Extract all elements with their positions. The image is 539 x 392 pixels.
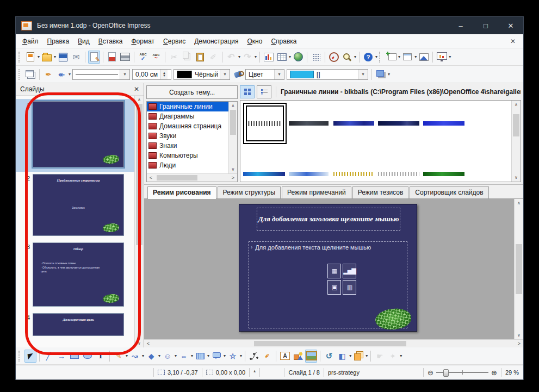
slide-thumbnail-3[interactable]: 3 Обзор · Опишите основные планы · Объяс… (16, 240, 134, 311)
hyperlink-button[interactable] (292, 51, 304, 64)
line-style-select[interactable]: ▾ (72, 69, 130, 80)
scrollbar-track[interactable] (515, 207, 523, 331)
insert-table-placeholder-icon[interactable]: ▦ (327, 264, 341, 278)
gallery-item-line[interactable] (333, 172, 374, 176)
glue-points-button[interactable]: ✒ (261, 350, 273, 363)
toolbar-grip[interactable] (18, 52, 22, 63)
new-slide-dropdown-icon[interactable]: ▾ (398, 54, 400, 59)
block-arrows-button[interactable]: ⇔ (178, 350, 190, 363)
gallery-item-line[interactable] (289, 121, 329, 126)
new-slide-button[interactable] (385, 51, 397, 64)
tab-handout-view[interactable]: Режим тезисов (352, 186, 409, 198)
scroll-right-icon[interactable]: > (515, 341, 523, 346)
block-arrows-dropdown-icon[interactable]: ▾ (191, 353, 193, 358)
new-document-button[interactable] (24, 51, 36, 64)
scroll-up-icon[interactable]: ∧ (512, 101, 521, 109)
gallery-item-line[interactable] (333, 121, 374, 126)
line-tool-button[interactable]: ╱ (42, 350, 54, 363)
alignment-button[interactable]: ◧ (336, 350, 348, 363)
rectangle-tool-button[interactable] (69, 350, 80, 363)
open-dropdown-icon[interactable]: ▾ (54, 54, 56, 59)
connector-tool-button[interactable]: ↝ (129, 350, 141, 363)
shadow-button[interactable] (375, 68, 387, 81)
toolbar-overflow-icon[interactable]: ▾ (388, 72, 390, 77)
chevron-down-icon[interactable]: ▾ (358, 70, 368, 79)
open-button[interactable] (41, 51, 53, 64)
redo-button[interactable]: ↷ (241, 51, 253, 64)
stars-button[interactable]: ☆ (227, 350, 239, 363)
symbol-shapes-dropdown-icon[interactable]: ▾ (175, 353, 177, 358)
tab-outline-view[interactable]: Режим структуры (218, 186, 281, 198)
slide-layout-button[interactable] (401, 51, 413, 64)
scroll-up-icon[interactable]: ∧ (229, 102, 237, 110)
curve-tool-button[interactable]: ✎ (113, 350, 125, 363)
menu-slideshow[interactable]: Демонстрация (190, 36, 243, 47)
fontwork-button[interactable]: A (279, 350, 291, 363)
slide-design-button[interactable] (418, 51, 430, 64)
arrow-style-button[interactable]: ↞ (55, 68, 67, 81)
select-tool-button[interactable]: ◤ (24, 350, 36, 363)
scroll-down-icon[interactable]: ∨ (229, 165, 237, 173)
insert-chart-placeholder-icon[interactable]: ▂▅▇ (343, 264, 356, 278)
theme-item-people[interactable]: Люди (147, 160, 228, 170)
scrollbar-thumb[interactable] (254, 341, 406, 346)
gallery-item-selected[interactable] (243, 103, 287, 144)
interaction-button[interactable]: ☛ (374, 350, 386, 363)
paste-button[interactable] (194, 51, 206, 64)
toolbar-grip[interactable] (18, 351, 22, 362)
undo-dropdown-icon[interactable]: ▾ (238, 54, 240, 59)
gallery-item-line[interactable] (423, 172, 464, 176)
theme-item-signs[interactable]: Знаки (147, 141, 228, 151)
scroll-up-icon[interactable]: ∧ (515, 199, 523, 207)
area-style-button[interactable] (232, 68, 244, 81)
slide-thumbnail-4[interactable]: 4 Долгосрочная цель (16, 311, 134, 340)
icon-view-button[interactable] (240, 85, 255, 98)
zoom-dropdown-icon[interactable]: ▾ (354, 54, 356, 59)
toolbar-overflow-icon[interactable]: ▾ (375, 54, 377, 59)
gallery-item-line[interactable] (378, 121, 419, 126)
zoom-out-icon[interactable]: ⊖ (428, 369, 433, 377)
theme-item-sounds[interactable]: Звуки (147, 131, 228, 141)
menu-view[interactable]: Вид (73, 36, 94, 47)
fill-color-select[interactable]: [] ▾ (287, 69, 368, 80)
slide-thumbnail-2[interactable]: 2 Предложение стратегии Заголовок (16, 172, 134, 240)
scrollbar-thumb[interactable] (136, 104, 143, 245)
tab-slide-sorter[interactable]: Сортировщик слайдов (410, 186, 488, 198)
scrollbar-track[interactable] (229, 110, 237, 165)
close-document-icon[interactable]: ✕ (505, 38, 521, 45)
scrollbar-track[interactable] (135, 104, 144, 339)
gallery-scrollbar[interactable]: ∧ ∨ (511, 101, 521, 182)
gallery-item-line[interactable] (243, 172, 285, 176)
help-button[interactable]: ? (362, 51, 374, 64)
slide-layout-dropdown-icon[interactable]: ▾ (414, 54, 417, 59)
grid-button[interactable] (310, 51, 322, 64)
slide-3-preview[interactable]: Обзор · Опишите основные планы · Объясни… (33, 242, 124, 307)
ellipse-tool-button[interactable] (82, 350, 94, 363)
text-tool-button[interactable]: T (95, 350, 107, 363)
theme-item-computers[interactable]: Компьютеры (147, 151, 228, 160)
theme-item-homepage[interactable]: Домашняя страница (147, 121, 228, 131)
symbol-shapes-button[interactable]: ☺ (162, 350, 174, 363)
copy-button[interactable] (181, 51, 193, 64)
line-button[interactable]: ✒ (42, 68, 54, 81)
canvas-hscrollbar[interactable]: < > (144, 339, 523, 347)
menu-file[interactable]: Файл (18, 36, 43, 47)
insert-image-placeholder-icon[interactable]: ▣ (327, 280, 341, 295)
effects-button[interactable]: ✦ (387, 350, 399, 363)
rotate-button[interactable]: ↺ (323, 350, 335, 363)
fill-type-select[interactable]: Цвет ▾ (245, 69, 284, 80)
scroll-down-icon[interactable]: ∨ (135, 339, 144, 347)
scrollbar-thumb[interactable] (516, 244, 522, 294)
scrollbar-track[interactable] (155, 174, 229, 182)
chevron-down-icon[interactable]: ▾ (274, 70, 284, 79)
zoom-slider[interactable]: ⊖ ⊕ (428, 369, 497, 377)
spellcheck-button[interactable]: ABC✓ (137, 51, 149, 64)
slide-canvas[interactable]: Для добавления заголовка щелкните мышью … (144, 199, 514, 339)
zoom-button[interactable] (341, 51, 353, 64)
connector-dropdown-icon[interactable]: ▾ (142, 353, 144, 358)
scrollbar-track[interactable] (512, 109, 521, 173)
edit-points-button[interactable] (248, 350, 260, 363)
insert-table-button[interactable] (276, 51, 288, 64)
scrollbar-thumb[interactable] (157, 175, 197, 181)
theme-item-diagrams[interactable]: Диаграммы (147, 111, 228, 121)
